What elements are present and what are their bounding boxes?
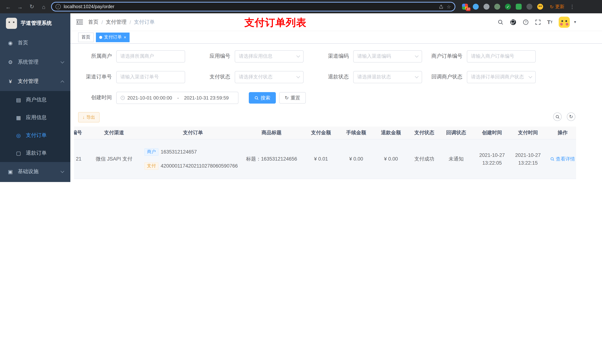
fullscreen-icon[interactable] xyxy=(535,19,541,25)
placeholder: 请选择退款状态 xyxy=(357,74,413,80)
cell-actions: 查看详情 xyxy=(547,139,576,179)
merchant-order-no-input[interactable]: 请输入商户订单编号 xyxy=(467,50,536,62)
extension-icon-green-square[interactable] xyxy=(516,4,522,10)
filter-label: 渠道编码 xyxy=(321,53,353,60)
share-icon[interactable] xyxy=(439,4,444,9)
placeholder: 请选择应用信息 xyxy=(239,53,295,60)
sidebar-item-payment[interactable]: ¥ 支付管理 xyxy=(0,72,70,91)
cell-fee: ¥ 0.00 xyxy=(342,179,371,182)
sidebar-item-refund-order[interactable]: ▢ 退款订单 xyxy=(0,144,70,162)
page-title: 支付订单列表 xyxy=(244,16,307,29)
col-amount: 支付金额 xyxy=(300,126,342,139)
cell-create-time: 2021-10-27 13:22:05 xyxy=(475,139,509,179)
active-dot-icon xyxy=(99,36,102,39)
reload-icon[interactable]: ↻ xyxy=(27,2,36,11)
close-icon[interactable]: × xyxy=(124,35,126,39)
sidebar-item-merchant-info[interactable]: ▤ 商户信息 xyxy=(0,91,70,109)
table-row: 20 微信 JSAPI 支付 商户 1635311949168 支付 42000… xyxy=(74,179,576,182)
table-row: 21 微信 JSAPI 支付 商户 1635312124657 支付 42000… xyxy=(74,139,576,179)
yen-icon: ¥ xyxy=(7,78,13,84)
view-detail-label: 查看详情 xyxy=(556,156,575,162)
app-no-select[interactable]: 请选择应用信息 xyxy=(235,50,304,62)
site-info-icon[interactable]: i xyxy=(55,4,61,9)
search-button[interactable]: 搜索 xyxy=(249,92,276,104)
main-area: 首页 / 支付管理 / 支付订单 支付订单列表 ? xyxy=(70,13,602,182)
extension-icon-blue[interactable] xyxy=(473,4,479,10)
bookmark-star-icon[interactable]: ☆ xyxy=(447,4,451,10)
extension-icon-dark[interactable] xyxy=(527,4,532,10)
extension-icon-colorful[interactable]: 10 xyxy=(462,4,468,10)
search-icon[interactable] xyxy=(498,19,504,25)
tags-bar: 首页 支付订单 × xyxy=(70,31,602,44)
help-icon[interactable]: ? xyxy=(523,19,529,25)
col-id: 编号 xyxy=(74,126,85,139)
channel-code-select[interactable]: 请输入渠道编码 xyxy=(353,50,422,62)
browser-menu-icon[interactable]: ⋮ xyxy=(570,4,575,10)
caret-down-icon[interactable]: ▾ xyxy=(574,20,576,24)
github-icon[interactable] xyxy=(510,19,516,25)
refresh-table-button[interactable]: ↻ xyxy=(567,113,575,121)
col-title: 商品标题 xyxy=(243,126,300,139)
content: 所属商户 请选择所属商户 应用编号 请选择应用信息 渠道编码 请输入渠道编码 xyxy=(70,44,602,182)
channel-order-no-input[interactable]: 请输入渠道订单号 xyxy=(116,71,185,83)
pay-status-select[interactable]: 请选择支付状态 xyxy=(235,71,304,83)
refund-status-select[interactable]: 请选择退款状态 xyxy=(353,71,422,83)
chevron-down-icon xyxy=(61,169,64,173)
logo-avatar xyxy=(6,18,17,29)
merchant-tag: 商户 xyxy=(144,148,159,156)
cell-channel: 微信 JSAPI 支付 xyxy=(85,139,143,179)
sidebar-item-infra[interactable]: ▣ 基础设施 xyxy=(0,162,70,181)
navbar-actions: ? TT ▾ xyxy=(498,16,602,28)
browser-home-icon[interactable]: ⌂ xyxy=(39,2,48,11)
back-icon[interactable]: ← xyxy=(4,2,13,11)
tab-home[interactable]: 首页 xyxy=(78,32,94,42)
extension-icon-check[interactable]: ✓ xyxy=(505,4,511,10)
url-bar[interactable]: i localhost:1024/pay/order ☆ xyxy=(51,2,455,11)
merchant-order-no: 1635312124657 xyxy=(161,149,197,155)
owner-merchant-input[interactable]: 请选择所属商户 xyxy=(116,50,185,62)
pay-tag: 支付 xyxy=(144,162,159,170)
sidebar-item-pay-order[interactable]: ◎ 支付订单 xyxy=(0,126,70,144)
filter-create-time: 创建时间 2021-10-01 00:00:00 - 2021-10-31 23… xyxy=(85,91,238,104)
cell-channel: 微信 JSAPI 支付 xyxy=(85,179,143,182)
reset-button[interactable]: ↻ 重置 xyxy=(279,92,306,104)
avatar[interactable] xyxy=(559,16,570,28)
create-time-range-input[interactable]: 2021-10-01 00:00:00 - 2021-10-31 23:59:5… xyxy=(116,92,238,104)
breadcrumb-section[interactable]: 支付管理 xyxy=(106,19,127,25)
filter-label: 渠道订单号 xyxy=(85,74,116,80)
app-logo[interactable]: 芋道管理系统 xyxy=(0,13,70,33)
extension-icon-face[interactable] xyxy=(537,4,543,10)
filter-label: 商户订单编号 xyxy=(427,53,467,60)
forward-icon[interactable]: → xyxy=(16,2,24,11)
sidebar-item-label: 应用信息 xyxy=(26,114,47,121)
toggle-search-button[interactable] xyxy=(553,113,562,121)
callback-status-select[interactable]: 请选择订单回调商户状态 xyxy=(467,71,536,83)
sidebar-item-system[interactable]: ⚙ 系统管理 xyxy=(0,52,70,72)
cell-order: 商户 1635312124657 支付 42000011742021102780… xyxy=(143,139,243,179)
cell-fee: ¥ 0.00 xyxy=(342,139,371,179)
cell-refund: ¥ 0.00 xyxy=(371,139,411,179)
sidebar-toggle-icon[interactable] xyxy=(70,19,88,25)
table-body: 21 微信 JSAPI 支付 商户 1635312124657 支付 42000… xyxy=(74,139,576,182)
update-button[interactable]: ↻ 更新 xyxy=(550,3,564,10)
breadcrumb-home[interactable]: 首页 xyxy=(88,19,98,25)
sidebar-item-label: 首页 xyxy=(18,40,28,46)
sidebar-item-devtools[interactable]: ▥ 研发工具 xyxy=(0,181,70,182)
extension-icon-gray[interactable] xyxy=(484,4,489,10)
export-button[interactable]: ↓ 导出 xyxy=(78,112,100,123)
sidebar: 芋道管理系统 ◉ 首页 ⚙ 系统管理 ¥ 支付管理 ▤ 商户信息 xyxy=(0,13,70,182)
pay-order-no: 4200001174202110278060590766 xyxy=(161,163,238,169)
tab-label: 支付订单 xyxy=(104,34,122,40)
sidebar-item-home[interactable]: ◉ 首页 xyxy=(0,33,70,52)
sidebar-item-label: 支付订单 xyxy=(26,132,47,139)
tab-pay-order[interactable]: 支付订单 × xyxy=(96,32,129,42)
search-icon xyxy=(555,114,559,119)
view-detail-link[interactable]: 查看详情 xyxy=(550,156,575,162)
placeholder: 请输入渠道编码 xyxy=(357,53,413,60)
chevron-up-icon xyxy=(61,80,64,84)
font-size-icon[interactable]: TT xyxy=(547,19,553,25)
extension-icon-green-gray[interactable] xyxy=(494,4,500,10)
sidebar-item-app-info[interactable]: ▦ 应用信息 xyxy=(0,109,70,126)
navbar: 首页 / 支付管理 / 支付订单 支付订单列表 ? xyxy=(70,13,602,31)
cell-pay-time: 2021-10-27 13:19:15 xyxy=(509,179,547,182)
